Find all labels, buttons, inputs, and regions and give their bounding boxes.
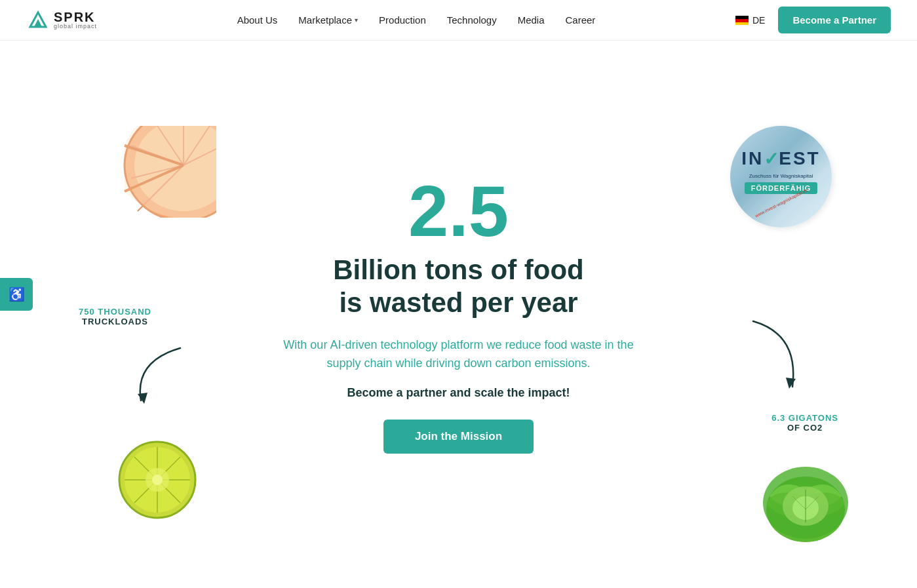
invest-est-text: EST [779,148,820,169]
grapefruit-decoration [105,126,216,218]
arrow-left-decoration [128,342,200,423]
svg-point-25 [152,475,163,485]
logo-sub-text: global impact [54,24,97,29]
nav-item-career[interactable]: Career [566,14,596,26]
navigation: SPRK global impact About Us Marketplace … [0,0,917,41]
svg-marker-27 [786,378,796,389]
co2-number: 6.3 GIGATONS [771,413,838,423]
svg-rect-3 [735,19,749,22]
hero-content: 2.5 Billion tons of food is wasted per y… [269,175,649,454]
hero-big-number: 2.5 [269,175,649,247]
accessibility-button[interactable]: ♿ [0,278,33,311]
curved-arrow-left-icon [128,342,200,420]
nav-item-production[interactable]: Production [379,14,426,26]
svg-rect-2 [735,16,749,19]
nav-right: DE Become a Partner [735,7,891,33]
arrow-right-decoration [733,315,806,409]
hero-subtext: With our AI-driven technology platform w… [269,336,649,374]
language-button[interactable]: DE [735,15,765,26]
invest-subtitle: Zuschuss für Wagniskapital [749,172,813,180]
lettuce-icon [756,450,855,549]
hero-section: 750 THOUSAND TRUCKLOADS IN ✓ [0,41,917,588]
lettuce-decoration [756,450,855,549]
nav-link-production[interactable]: Production [379,14,426,26]
hero-callout: Become a partner and scale the impact! [269,386,649,400]
flag-de-icon [735,16,749,25]
lime-icon [115,437,200,522]
nav-link-career[interactable]: Career [566,14,596,26]
marketplace-chevron-icon: ▾ [355,16,358,24]
truck-unit: TRUCKLOADS [79,317,151,326]
lime-decoration [115,437,200,522]
svg-marker-17 [138,393,147,404]
logo-sprk-text: SPRK [54,10,97,24]
lang-label: DE [752,15,765,26]
svg-rect-4 [735,22,749,25]
nav-link-about[interactable]: About Us [237,14,278,26]
co2-label: 6.3 GIGATONS OF CO2 [771,413,838,433]
truckloads-label: 750 THOUSAND TRUCKLOADS [79,307,151,326]
nav-item-about[interactable]: About Us [237,14,278,26]
invest-checkmark-icon: ✓ [764,148,779,170]
grapefruit-icon [105,126,216,218]
hero-headline: Billion tons of food is wasted per year [269,254,649,320]
nav-item-technology[interactable]: Technology [447,14,497,26]
accessibility-icon: ♿ [9,286,25,302]
nav-item-marketplace[interactable]: Marketplace ▾ [298,14,358,26]
curved-arrow-right-icon [733,315,806,406]
become-partner-button[interactable]: Become a Partner [778,7,891,33]
join-mission-button[interactable]: Join the Mission [383,420,534,454]
co2-unit: OF CO2 [771,423,838,433]
nav-link-marketplace[interactable]: Marketplace ▾ [298,14,358,26]
logo-text: SPRK global impact [54,10,97,29]
truck-number: 750 THOUSAND [79,307,151,317]
invest-text: IN [741,148,764,169]
logo-icon [26,9,50,32]
nav-item-media[interactable]: Media [518,14,545,26]
nav-link-technology[interactable]: Technology [447,14,497,26]
svg-marker-1 [34,19,42,27]
nav-links: About Us Marketplace ▾ Production Techno… [237,14,596,26]
logo[interactable]: SPRK global impact [26,9,97,32]
invest-badge: IN ✓ EST Zuschuss für Wagniskapital FÖRD… [730,126,832,227]
nav-link-media[interactable]: Media [518,14,545,26]
